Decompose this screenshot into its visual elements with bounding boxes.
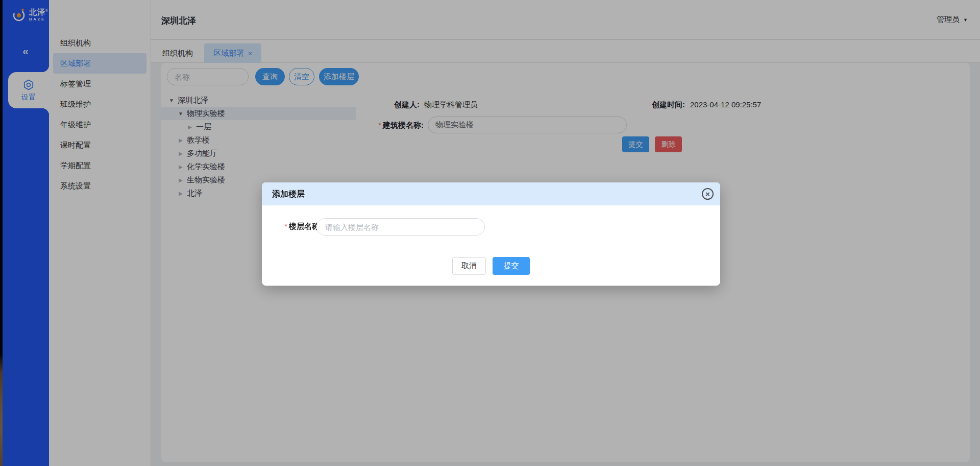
floor-name-input[interactable] [316, 218, 485, 236]
submit-button[interactable]: 提交 [493, 257, 530, 275]
close-icon[interactable]: × [702, 188, 714, 200]
add-floor-dialog: 添加楼层 × *楼层名称: 取消 提交 [262, 182, 720, 286]
dialog-title: 添加楼层 [272, 182, 305, 205]
cancel-button[interactable]: 取消 [452, 257, 486, 275]
floor-name-label: *楼层名称: [267, 222, 322, 231]
dialog-footer: 取消 提交 [262, 257, 720, 275]
required-asterisk: * [284, 222, 287, 230]
dialog-header: 添加楼层 × [262, 182, 720, 205]
